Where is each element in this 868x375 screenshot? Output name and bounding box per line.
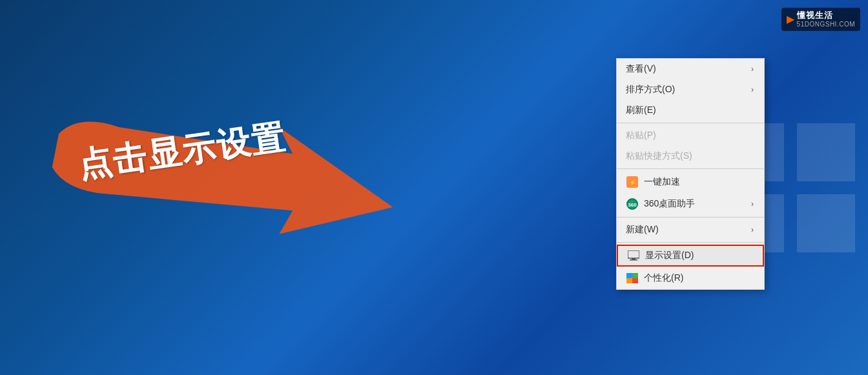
360-icon: 360 bbox=[626, 198, 639, 210]
arrow-svg bbox=[39, 90, 426, 284]
menu-separator-2 bbox=[617, 168, 764, 169]
menu-separator-4 bbox=[617, 242, 764, 243]
svg-rect-11 bbox=[630, 259, 637, 261]
svg-text:360: 360 bbox=[628, 202, 637, 208]
menu-separator-3 bbox=[617, 217, 764, 218]
menu-item-360[interactable]: 360 360桌面助手 › bbox=[617, 193, 764, 215]
desktop: 点击显示设置 查看(V) › 排序方式(O) › 刷新(E) 粘贴(P) 粘贴快… bbox=[0, 0, 868, 375]
watermark-text-block: 懂视生活 51DONGSHI.COM bbox=[797, 10, 855, 28]
svg-text:⚡: ⚡ bbox=[629, 179, 637, 187]
menu-item-paste-shortcut-label: 粘贴快捷方式(S) bbox=[626, 150, 754, 162]
submenu-chevron-view: › bbox=[751, 65, 754, 74]
menu-item-sort-label: 排序方式(O) bbox=[626, 84, 751, 96]
menu-item-new-label: 新建(W) bbox=[626, 224, 751, 236]
submenu-chevron-new: › bbox=[751, 225, 754, 234]
svg-rect-1 bbox=[797, 123, 855, 181]
menu-item-display-settings[interactable]: 显示设置(D) bbox=[617, 245, 764, 267]
svg-rect-13 bbox=[632, 273, 638, 278]
menu-item-view-label: 查看(V) bbox=[626, 63, 751, 75]
svg-rect-14 bbox=[626, 278, 632, 283]
submenu-chevron-sort: › bbox=[751, 85, 754, 94]
personalize-icon bbox=[626, 272, 639, 285]
arrow-annotation: 点击显示设置 bbox=[39, 90, 426, 284]
menu-separator-1 bbox=[617, 123, 764, 123]
svg-rect-3 bbox=[797, 194, 855, 252]
quick-accel-icon: ⚡ bbox=[626, 176, 639, 188]
menu-item-quick-accel[interactable]: ⚡ 一键加速 bbox=[617, 171, 764, 193]
submenu-chevron-360: › bbox=[751, 199, 754, 208]
svg-rect-9 bbox=[628, 250, 639, 258]
menu-item-paste-label: 粘贴(P) bbox=[626, 130, 754, 141]
svg-rect-15 bbox=[632, 278, 638, 283]
menu-item-paste-shortcut[interactable]: 粘贴快捷方式(S) bbox=[617, 146, 764, 167]
menu-item-360-label: 360桌面助手 bbox=[644, 198, 751, 210]
context-menu: 查看(V) › 排序方式(O) › 刷新(E) 粘贴(P) 粘贴快捷方式(S) … bbox=[616, 58, 765, 290]
watermark-url: 51DONGSHI.COM bbox=[797, 21, 855, 28]
menu-item-personalize[interactable]: 个性化(R) bbox=[617, 267, 764, 289]
watermark-play-icon: ▶ bbox=[787, 13, 794, 25]
menu-item-paste[interactable]: 粘贴(P) bbox=[617, 125, 764, 146]
monitor-icon bbox=[627, 249, 640, 262]
menu-item-display-settings-label: 显示设置(D) bbox=[645, 250, 754, 261]
watermark: ▶ 懂视生活 51DONGSHI.COM bbox=[781, 8, 860, 31]
menu-item-personalize-label: 个性化(R) bbox=[644, 272, 754, 284]
svg-rect-12 bbox=[626, 273, 632, 278]
menu-item-refresh-label: 刷新(E) bbox=[626, 105, 754, 116]
menu-item-view[interactable]: 查看(V) › bbox=[617, 59, 764, 79]
watermark-brand-name: 懂视生活 bbox=[797, 10, 855, 21]
menu-item-refresh[interactable]: 刷新(E) bbox=[617, 100, 764, 121]
menu-item-sort[interactable]: 排序方式(O) › bbox=[617, 79, 764, 100]
menu-item-quick-accel-label: 一键加速 bbox=[644, 176, 754, 188]
menu-item-new[interactable]: 新建(W) › bbox=[617, 219, 764, 240]
svg-rect-10 bbox=[632, 258, 636, 259]
